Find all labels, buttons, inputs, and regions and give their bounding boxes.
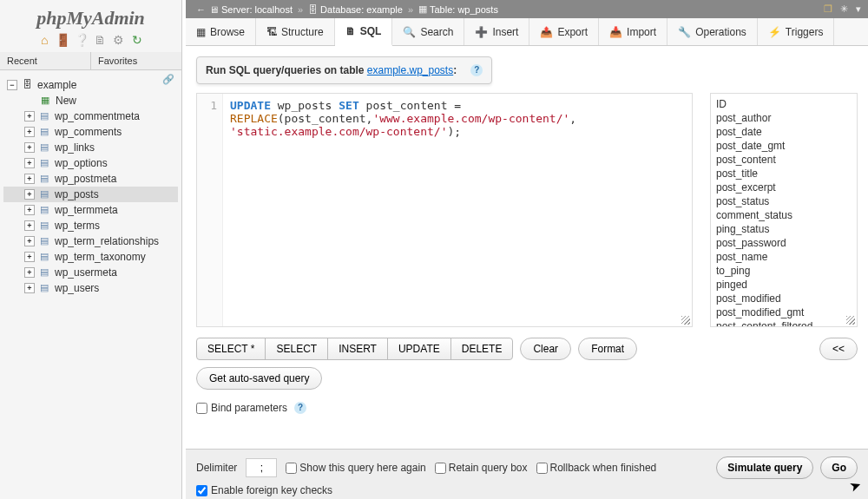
resize-handle[interactable] xyxy=(846,316,855,325)
browse-icon[interactable]: ▤ xyxy=(37,282,51,294)
bind-params-checkbox[interactable] xyxy=(196,403,207,414)
clear-button[interactable]: Clear xyxy=(520,338,571,360)
tab-insert[interactable]: ➕Insert xyxy=(464,18,529,45)
rollback-checkbox[interactable] xyxy=(536,463,548,474)
column-item[interactable]: post_password xyxy=(716,236,852,250)
tab-export[interactable]: 📤Export xyxy=(529,18,599,45)
tree-db[interactable]: 🗄 example xyxy=(3,77,155,93)
docs-icon[interactable]: 🗎 xyxy=(93,33,107,47)
browse-icon[interactable]: ▤ xyxy=(37,251,51,263)
expand-icon[interactable] xyxy=(24,205,35,215)
bc-server[interactable]: localhost xyxy=(255,4,293,15)
expand-icon[interactable] xyxy=(24,283,35,293)
tab-structure[interactable]: 🏗Structure xyxy=(256,18,335,45)
exit-icon[interactable]: 🚪 xyxy=(56,33,69,47)
help-icon[interactable]: ❔ xyxy=(75,33,89,47)
collapse-columns-button[interactable]: << xyxy=(819,338,858,360)
column-item[interactable]: post_modified_gmt xyxy=(716,305,852,319)
expand-icon[interactable]: ▾ xyxy=(856,3,861,14)
browse-icon[interactable]: ▤ xyxy=(37,235,51,247)
column-item[interactable]: ping_status xyxy=(716,222,852,236)
tree-table-wp_links[interactable]: ▤wp_links xyxy=(3,140,178,155)
delete-button[interactable]: DELETE xyxy=(450,338,514,360)
tab-triggers[interactable]: ⚡Triggers xyxy=(758,18,835,45)
column-item[interactable]: post_modified xyxy=(716,292,852,305)
tab-browse[interactable]: ▦Browse xyxy=(186,18,256,45)
browse-icon[interactable]: ▤ xyxy=(37,188,51,200)
select--button[interactable]: SELECT * xyxy=(196,338,266,360)
column-item[interactable]: post_excerpt xyxy=(716,181,852,194)
browse-icon[interactable]: ▤ xyxy=(37,126,51,138)
tree-table-wp_term_taxonomy[interactable]: ▤wp_term_taxonomy xyxy=(3,249,178,265)
column-item[interactable]: post_author xyxy=(716,111,852,125)
show-again-checkbox[interactable] xyxy=(286,463,297,474)
expand-icon[interactable] xyxy=(24,158,35,168)
go-button[interactable]: Go xyxy=(820,456,858,479)
column-item[interactable]: to_ping xyxy=(716,264,852,278)
select-button[interactable]: SELECT xyxy=(265,338,328,360)
browse-icon[interactable]: ▤ xyxy=(37,110,51,122)
expand-icon[interactable] xyxy=(24,252,35,262)
tab-operations[interactable]: 🔧Operations xyxy=(667,18,758,45)
tree-new[interactable]: ▦ New xyxy=(3,93,178,108)
expand-icon[interactable] xyxy=(24,142,35,153)
tree-table-wp_postmeta[interactable]: ▤wp_postmeta xyxy=(3,171,178,187)
get-autosaved-button[interactable]: Get auto-saved query xyxy=(196,367,322,390)
expand-icon[interactable] xyxy=(24,111,35,121)
tree-table-wp_usermeta[interactable]: ▤wp_usermeta xyxy=(3,265,178,280)
tree-table-wp_posts[interactable]: ▤wp_posts xyxy=(3,187,178,202)
browse-icon[interactable]: ▤ xyxy=(37,157,51,169)
column-item[interactable]: comment_status xyxy=(716,208,852,222)
column-item[interactable]: post_date xyxy=(716,125,852,139)
browse-icon[interactable]: ▤ xyxy=(37,266,51,279)
browse-icon[interactable]: ▤ xyxy=(37,204,51,216)
tree-table-wp_comments[interactable]: ▤wp_comments xyxy=(3,124,178,140)
expand-icon[interactable] xyxy=(24,127,35,137)
delimiter-input[interactable] xyxy=(246,458,277,477)
window-icon[interactable]: ❐ xyxy=(824,3,832,14)
tree-table-wp_termmeta[interactable]: ▤wp_termmeta xyxy=(3,202,178,218)
column-item[interactable]: post_name xyxy=(716,250,852,264)
editor-code[interactable]: UPDATE wp_posts SET post_content = REPLA… xyxy=(223,94,590,326)
tab-import[interactable]: 📥Import xyxy=(599,18,667,45)
expand-icon[interactable] xyxy=(24,236,35,246)
expand-icon[interactable] xyxy=(24,174,35,184)
tree-table-wp_options[interactable]: ▤wp_options xyxy=(3,155,178,171)
nav-collapse-icon[interactable]: ← xyxy=(196,4,206,15)
column-item[interactable]: pinged xyxy=(716,278,852,292)
update-button[interactable]: UPDATE xyxy=(387,338,451,360)
columns-list[interactable]: IDpost_authorpost_datepost_date_gmtpost_… xyxy=(710,93,858,327)
tab-sql[interactable]: 🗎SQL xyxy=(335,18,393,46)
column-item[interactable]: post_content_filtered xyxy=(716,319,852,327)
column-item[interactable]: post_title xyxy=(716,167,852,181)
column-item[interactable]: post_date_gmt xyxy=(716,139,852,153)
settings-icon[interactable]: ⚙ xyxy=(112,33,126,47)
link-icon[interactable]: 🔗 xyxy=(162,74,174,85)
collapse-icon[interactable] xyxy=(7,80,17,90)
tree-table-wp_term_relationships[interactable]: ▤wp_term_relationships xyxy=(3,233,178,249)
mini-tab-favorites[interactable]: Favorites xyxy=(91,52,181,69)
column-item[interactable]: post_status xyxy=(716,194,852,208)
expand-icon[interactable] xyxy=(24,267,35,278)
gear-icon[interactable]: ✳ xyxy=(840,3,848,14)
expand-icon[interactable] xyxy=(24,220,35,231)
resize-handle[interactable] xyxy=(681,316,690,325)
simulate-query-button[interactable]: Simulate query xyxy=(716,456,813,479)
column-item[interactable]: ID xyxy=(716,97,852,111)
home-icon[interactable]: ⌂ xyxy=(37,33,51,47)
expand-icon[interactable] xyxy=(24,189,35,200)
bc-db[interactable]: example xyxy=(366,4,403,15)
help-icon[interactable]: ? xyxy=(294,402,306,414)
tree-table-wp_commentmeta[interactable]: ▤wp_commentmeta xyxy=(3,108,178,124)
tab-search[interactable]: 🔍Search xyxy=(392,18,464,45)
mini-tab-recent[interactable]: Recent xyxy=(0,52,91,69)
retain-checkbox[interactable] xyxy=(435,463,446,474)
browse-icon[interactable]: ▤ xyxy=(37,220,51,232)
insert-button[interactable]: INSERT xyxy=(327,338,388,360)
tree-table-wp_terms[interactable]: ▤wp_terms xyxy=(3,218,178,233)
fk-checkbox[interactable] xyxy=(196,485,207,496)
column-item[interactable]: post_content xyxy=(716,153,852,167)
reload-icon[interactable]: ↻ xyxy=(130,33,144,47)
bc-table[interactable]: wp_posts xyxy=(457,4,497,15)
sql-editor[interactable]: 1 UPDATE wp_posts SET post_content = REP… xyxy=(196,93,693,327)
